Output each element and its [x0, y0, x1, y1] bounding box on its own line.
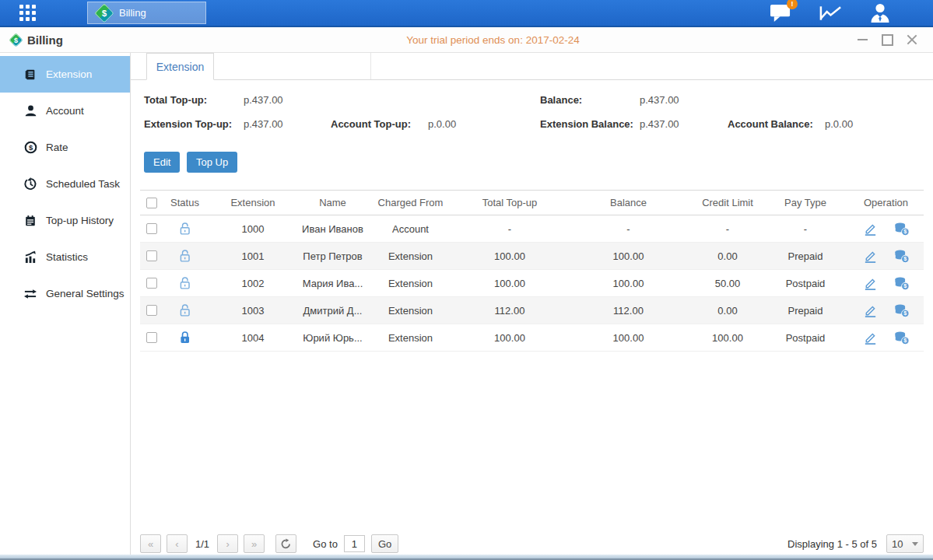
pagination-bar: « ‹ 1/1 › » Go to Go Displaying 1 - 5 of…: [140, 533, 924, 555]
edit-pencil-icon[interactable]: [863, 275, 879, 291]
topup-history-icon: [23, 214, 37, 228]
resource-monitor-icon[interactable]: [818, 2, 843, 24]
cell-total-topup: 100.00: [455, 332, 564, 344]
extension-balance-label: Extension Balance:: [540, 118, 633, 130]
column-header-operation[interactable]: Operation: [848, 197, 924, 208]
svg-text:$: $: [903, 228, 907, 235]
cell-balance: 100.00: [564, 250, 693, 262]
table-row: 1002 Мария Ива... Extension 100.00 100.0…: [140, 270, 924, 297]
general-settings-icon: [23, 287, 37, 301]
topup-button[interactable]: Top Up: [187, 152, 237, 173]
sidebar-item-statistics[interactable]: Statistics: [0, 239, 130, 275]
user-icon[interactable]: [868, 2, 893, 24]
extension-icon: [23, 68, 37, 82]
row-checkbox[interactable]: [146, 250, 157, 261]
column-header-total-top-up[interactable]: Total Top-up: [455, 197, 564, 208]
account-icon: [23, 104, 37, 118]
sidebar-item-scheduled-task[interactable]: Scheduled Task: [0, 166, 130, 202]
cell-pay-type: Prepaid: [763, 305, 848, 317]
cell-credit-limit: 50.00: [693, 278, 763, 289]
unlocked-icon: [178, 276, 191, 291]
notification-badge: !: [787, 0, 798, 9]
sidebar-item-extension[interactable]: Extension: [0, 56, 130, 93]
next-page-button[interactable]: ›: [217, 534, 238, 553]
sidebar-item-label: Scheduled Task: [46, 178, 120, 190]
extension-topup-label: Extension Top-up:: [144, 118, 232, 130]
topup-coins-icon[interactable]: $: [894, 275, 910, 291]
account-balance-value: p.0.00: [825, 118, 853, 130]
chevron-down-icon: [912, 542, 918, 546]
cell-charged-from: Extension: [366, 305, 455, 317]
apps-grid-icon[interactable]: [0, 0, 54, 26]
messages-icon[interactable]: !: [768, 2, 793, 24]
topup-coins-icon[interactable]: $: [894, 330, 910, 345]
refresh-button[interactable]: [275, 534, 296, 553]
row-checkbox[interactable]: [146, 223, 157, 234]
sidebar-item-rate[interactable]: $ Rate: [0, 129, 130, 166]
cell-extension: 1003: [206, 305, 300, 317]
cell-name: Мария Ива...: [300, 278, 366, 289]
row-checkbox[interactable]: [146, 332, 157, 343]
column-header-charged-from[interactable]: Charged From: [366, 197, 455, 208]
column-header-name[interactable]: Name: [300, 197, 366, 208]
cell-credit-limit: 100.00: [693, 332, 763, 344]
page-size-value: 10: [892, 538, 912, 550]
page-info: 1/1: [195, 538, 209, 550]
prev-page-button[interactable]: ‹: [167, 534, 188, 553]
scheduled-task-icon: [23, 177, 37, 191]
edit-pencil-icon[interactable]: [863, 330, 879, 345]
cell-charged-from: Extension: [366, 250, 455, 262]
total-topup-value: p.437.00: [244, 94, 283, 106]
unlocked-icon: [178, 222, 191, 236]
close-icon[interactable]: [905, 33, 919, 47]
cell-credit-limit: -: [693, 223, 763, 235]
table-row: 1003 Дмитрий Д... Extension 112.00 112.0…: [140, 297, 924, 324]
desktop-taskbar: Billing !: [0, 0, 933, 27]
column-header-status[interactable]: Status: [163, 197, 206, 208]
balance-label: Balance:: [540, 94, 582, 106]
go-button[interactable]: Go: [371, 534, 398, 553]
last-page-button[interactable]: »: [244, 534, 265, 553]
sidebar-item-label: Statistics: [46, 251, 88, 263]
topup-coins-icon[interactable]: $: [894, 248, 910, 264]
sidebar-item-top-up-history[interactable]: Top-up History: [0, 202, 130, 239]
locked-icon: [178, 331, 191, 345]
edit-pencil-icon[interactable]: [863, 221, 879, 236]
topup-coins-icon[interactable]: $: [894, 303, 910, 318]
edit-pencil-icon[interactable]: [863, 248, 879, 264]
total-topup-label: Total Top-up:: [144, 94, 207, 106]
billing-app-icon: [96, 5, 113, 22]
row-checkbox[interactable]: [146, 305, 157, 316]
column-header-pay-type[interactable]: Pay Type: [763, 197, 848, 208]
sidebar-item-label: Extension: [46, 68, 92, 80]
row-checkbox[interactable]: [146, 278, 157, 289]
cell-extension: 1004: [206, 332, 300, 344]
column-header-credit-limit[interactable]: Credit Limit: [693, 197, 763, 208]
cell-extension: 1000: [206, 223, 300, 235]
edit-pencil-icon[interactable]: [863, 303, 879, 318]
taskbar-tab-billing[interactable]: Billing: [87, 2, 206, 24]
billing-window-icon: [9, 33, 23, 47]
cell-name: Дмитрий Д...: [300, 305, 366, 317]
desktop-bottom-strip: [0, 555, 933, 560]
topup-coins-icon[interactable]: $: [894, 221, 910, 236]
svg-text:$: $: [903, 282, 907, 289]
edit-button[interactable]: Edit: [144, 152, 180, 173]
window-title-group: Billing: [0, 33, 131, 47]
sidebar-item-label: Top-up History: [46, 215, 114, 226]
select-all-checkbox[interactable]: [146, 198, 157, 208]
sidebar-item-account[interactable]: Account: [0, 93, 130, 129]
column-header-extension[interactable]: Extension: [206, 197, 300, 208]
sidebar-item-general-settings[interactable]: General Settings: [0, 275, 130, 312]
balance-value: p.437.00: [640, 94, 679, 106]
cell-balance: 100.00: [564, 278, 693, 289]
column-header-balance[interactable]: Balance: [564, 197, 693, 208]
cell-extension: 1001: [206, 250, 300, 262]
statistics-icon: [23, 250, 37, 264]
maximize-icon[interactable]: [880, 33, 894, 47]
goto-page-input[interactable]: [344, 535, 365, 552]
first-page-button[interactable]: «: [140, 534, 161, 553]
page-size-select[interactable]: 10: [886, 534, 924, 553]
minimize-icon[interactable]: [855, 33, 869, 47]
cell-name: Иван Иванов: [300, 223, 366, 235]
